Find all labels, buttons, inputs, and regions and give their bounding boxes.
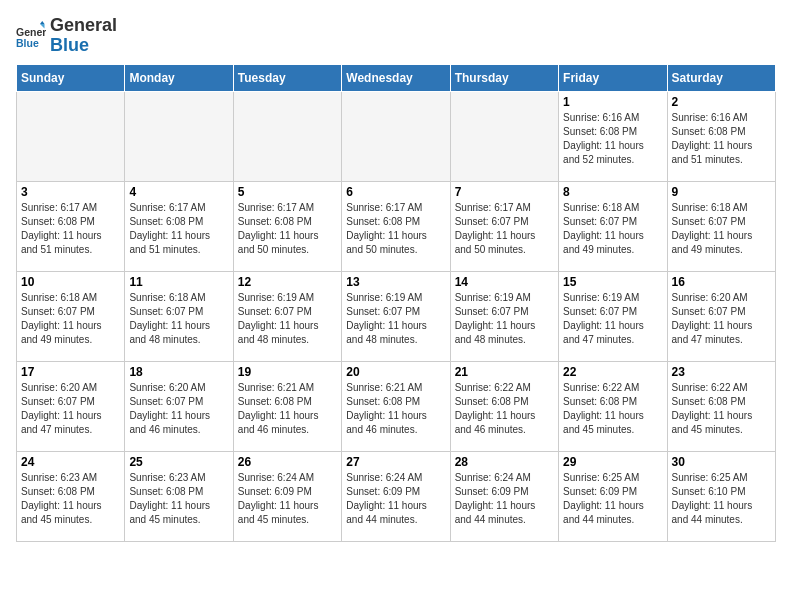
day-info: Sunrise: 6:19 AM Sunset: 6:07 PM Dayligh… (563, 291, 662, 347)
day-number: 15 (563, 275, 662, 289)
day-info: Sunrise: 6:20 AM Sunset: 6:07 PM Dayligh… (672, 291, 771, 347)
day-number: 1 (563, 95, 662, 109)
day-number: 24 (21, 455, 120, 469)
day-number: 20 (346, 365, 445, 379)
day-number: 17 (21, 365, 120, 379)
day-info: Sunrise: 6:18 AM Sunset: 6:07 PM Dayligh… (21, 291, 120, 347)
calendar-cell: 1Sunrise: 6:16 AM Sunset: 6:08 PM Daylig… (559, 91, 667, 181)
calendar-cell: 4Sunrise: 6:17 AM Sunset: 6:08 PM Daylig… (125, 181, 233, 271)
day-number: 13 (346, 275, 445, 289)
day-info: Sunrise: 6:17 AM Sunset: 6:08 PM Dayligh… (238, 201, 337, 257)
calendar-cell: 20Sunrise: 6:21 AM Sunset: 6:08 PM Dayli… (342, 361, 450, 451)
day-number: 3 (21, 185, 120, 199)
day-number: 2 (672, 95, 771, 109)
day-info: Sunrise: 6:19 AM Sunset: 6:07 PM Dayligh… (238, 291, 337, 347)
day-info: Sunrise: 6:18 AM Sunset: 6:07 PM Dayligh… (563, 201, 662, 257)
day-number: 22 (563, 365, 662, 379)
calendar-cell: 11Sunrise: 6:18 AM Sunset: 6:07 PM Dayli… (125, 271, 233, 361)
page-header: General Blue General Blue (16, 16, 776, 56)
day-number: 16 (672, 275, 771, 289)
svg-text:Blue: Blue (16, 36, 39, 48)
day-info: Sunrise: 6:17 AM Sunset: 6:08 PM Dayligh… (129, 201, 228, 257)
calendar-cell (17, 91, 125, 181)
calendar-cell: 9Sunrise: 6:18 AM Sunset: 6:07 PM Daylig… (667, 181, 775, 271)
calendar-cell: 21Sunrise: 6:22 AM Sunset: 6:08 PM Dayli… (450, 361, 558, 451)
calendar-cell: 30Sunrise: 6:25 AM Sunset: 6:10 PM Dayli… (667, 451, 775, 541)
day-number: 6 (346, 185, 445, 199)
day-info: Sunrise: 6:22 AM Sunset: 6:08 PM Dayligh… (672, 381, 771, 437)
calendar-cell: 8Sunrise: 6:18 AM Sunset: 6:07 PM Daylig… (559, 181, 667, 271)
calendar-cell: 17Sunrise: 6:20 AM Sunset: 6:07 PM Dayli… (17, 361, 125, 451)
day-info: Sunrise: 6:18 AM Sunset: 6:07 PM Dayligh… (672, 201, 771, 257)
calendar-cell: 14Sunrise: 6:19 AM Sunset: 6:07 PM Dayli… (450, 271, 558, 361)
calendar-cell: 13Sunrise: 6:19 AM Sunset: 6:07 PM Dayli… (342, 271, 450, 361)
calendar-cell (125, 91, 233, 181)
calendar-cell (342, 91, 450, 181)
day-info: Sunrise: 6:18 AM Sunset: 6:07 PM Dayligh… (129, 291, 228, 347)
calendar-cell: 15Sunrise: 6:19 AM Sunset: 6:07 PM Dayli… (559, 271, 667, 361)
day-number: 30 (672, 455, 771, 469)
day-info: Sunrise: 6:16 AM Sunset: 6:08 PM Dayligh… (672, 111, 771, 167)
calendar-cell: 3Sunrise: 6:17 AM Sunset: 6:08 PM Daylig… (17, 181, 125, 271)
day-info: Sunrise: 6:25 AM Sunset: 6:10 PM Dayligh… (672, 471, 771, 527)
day-info: Sunrise: 6:16 AM Sunset: 6:08 PM Dayligh… (563, 111, 662, 167)
day-number: 14 (455, 275, 554, 289)
calendar-cell: 12Sunrise: 6:19 AM Sunset: 6:07 PM Dayli… (233, 271, 341, 361)
day-number: 9 (672, 185, 771, 199)
calendar-cell: 16Sunrise: 6:20 AM Sunset: 6:07 PM Dayli… (667, 271, 775, 361)
day-number: 23 (672, 365, 771, 379)
calendar-cell: 19Sunrise: 6:21 AM Sunset: 6:08 PM Dayli… (233, 361, 341, 451)
weekday-saturday: Saturday (667, 64, 775, 91)
day-info: Sunrise: 6:22 AM Sunset: 6:08 PM Dayligh… (563, 381, 662, 437)
calendar-cell (450, 91, 558, 181)
calendar-cell: 10Sunrise: 6:18 AM Sunset: 6:07 PM Dayli… (17, 271, 125, 361)
day-info: Sunrise: 6:17 AM Sunset: 6:08 PM Dayligh… (21, 201, 120, 257)
day-info: Sunrise: 6:25 AM Sunset: 6:09 PM Dayligh… (563, 471, 662, 527)
weekday-friday: Friday (559, 64, 667, 91)
week-row-5: 24Sunrise: 6:23 AM Sunset: 6:08 PM Dayli… (17, 451, 776, 541)
day-info: Sunrise: 6:20 AM Sunset: 6:07 PM Dayligh… (129, 381, 228, 437)
day-info: Sunrise: 6:19 AM Sunset: 6:07 PM Dayligh… (346, 291, 445, 347)
week-row-1: 1Sunrise: 6:16 AM Sunset: 6:08 PM Daylig… (17, 91, 776, 181)
day-number: 18 (129, 365, 228, 379)
calendar-body: 1Sunrise: 6:16 AM Sunset: 6:08 PM Daylig… (17, 91, 776, 541)
day-number: 12 (238, 275, 337, 289)
weekday-monday: Monday (125, 64, 233, 91)
svg-marker-2 (40, 21, 45, 24)
weekday-header-row: SundayMondayTuesdayWednesdayThursdayFrid… (17, 64, 776, 91)
weekday-thursday: Thursday (450, 64, 558, 91)
day-number: 26 (238, 455, 337, 469)
day-number: 5 (238, 185, 337, 199)
day-info: Sunrise: 6:21 AM Sunset: 6:08 PM Dayligh… (238, 381, 337, 437)
calendar-cell: 27Sunrise: 6:24 AM Sunset: 6:09 PM Dayli… (342, 451, 450, 541)
day-number: 28 (455, 455, 554, 469)
weekday-tuesday: Tuesday (233, 64, 341, 91)
week-row-3: 10Sunrise: 6:18 AM Sunset: 6:07 PM Dayli… (17, 271, 776, 361)
calendar-cell: 6Sunrise: 6:17 AM Sunset: 6:08 PM Daylig… (342, 181, 450, 271)
calendar-cell (233, 91, 341, 181)
weekday-wednesday: Wednesday (342, 64, 450, 91)
day-number: 8 (563, 185, 662, 199)
calendar-cell: 18Sunrise: 6:20 AM Sunset: 6:07 PM Dayli… (125, 361, 233, 451)
day-number: 7 (455, 185, 554, 199)
day-number: 10 (21, 275, 120, 289)
day-info: Sunrise: 6:24 AM Sunset: 6:09 PM Dayligh… (346, 471, 445, 527)
calendar-cell: 28Sunrise: 6:24 AM Sunset: 6:09 PM Dayli… (450, 451, 558, 541)
week-row-2: 3Sunrise: 6:17 AM Sunset: 6:08 PM Daylig… (17, 181, 776, 271)
day-info: Sunrise: 6:17 AM Sunset: 6:08 PM Dayligh… (346, 201, 445, 257)
day-info: Sunrise: 6:23 AM Sunset: 6:08 PM Dayligh… (129, 471, 228, 527)
logo-icon: General Blue (16, 21, 46, 51)
day-info: Sunrise: 6:22 AM Sunset: 6:08 PM Dayligh… (455, 381, 554, 437)
calendar-cell: 5Sunrise: 6:17 AM Sunset: 6:08 PM Daylig… (233, 181, 341, 271)
day-info: Sunrise: 6:17 AM Sunset: 6:07 PM Dayligh… (455, 201, 554, 257)
logo: General Blue General Blue (16, 16, 117, 56)
calendar-cell: 23Sunrise: 6:22 AM Sunset: 6:08 PM Dayli… (667, 361, 775, 451)
day-info: Sunrise: 6:21 AM Sunset: 6:08 PM Dayligh… (346, 381, 445, 437)
calendar-cell: 25Sunrise: 6:23 AM Sunset: 6:08 PM Dayli… (125, 451, 233, 541)
day-info: Sunrise: 6:19 AM Sunset: 6:07 PM Dayligh… (455, 291, 554, 347)
day-info: Sunrise: 6:24 AM Sunset: 6:09 PM Dayligh… (455, 471, 554, 527)
calendar-cell: 2Sunrise: 6:16 AM Sunset: 6:08 PM Daylig… (667, 91, 775, 181)
calendar-cell: 7Sunrise: 6:17 AM Sunset: 6:07 PM Daylig… (450, 181, 558, 271)
day-info: Sunrise: 6:20 AM Sunset: 6:07 PM Dayligh… (21, 381, 120, 437)
day-number: 19 (238, 365, 337, 379)
